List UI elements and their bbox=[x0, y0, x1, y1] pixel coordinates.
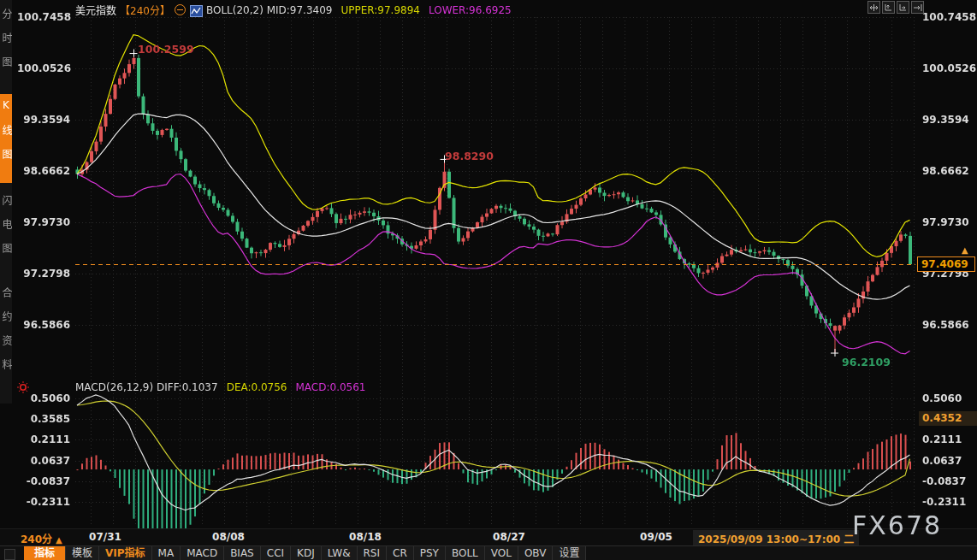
indicator-chart-icon bbox=[190, 5, 203, 17]
psy-tab[interactable]: PSY bbox=[414, 546, 446, 560]
macd-axis-label-right: 0.5060 bbox=[922, 392, 962, 404]
price-axis-label-right: 97.9730 bbox=[922, 216, 969, 228]
boll-tab[interactable]: BOLL bbox=[446, 546, 485, 560]
bias-tab[interactable]: BIAS bbox=[224, 546, 261, 560]
price-axis-label-left: 98.6662 bbox=[17, 165, 70, 177]
watermark: FX678 bbox=[852, 510, 942, 540]
panel-toggle-icon[interactable] bbox=[4, 549, 15, 560]
macd-hist-readout: MACD:0.0561 bbox=[296, 381, 366, 393]
tab-lightning[interactable]: 闪电图 bbox=[0, 190, 12, 275]
macd-axis-label-left: 0.2111 bbox=[17, 433, 70, 445]
price-axis-label-right: 100.7458 bbox=[922, 11, 976, 23]
timeframe-toggle[interactable]: 240分▲ bbox=[21, 531, 62, 545]
macd-axis-label-left: -0.2311 bbox=[17, 496, 70, 508]
scale-axis-up-icon[interactable] bbox=[882, 1, 895, 14]
vol-tab[interactable]: VOL bbox=[485, 546, 518, 560]
date-axis: 240分▲ 2025/09/09 13:00~17:00 二 07/3108/0… bbox=[0, 528, 977, 546]
kdj-tab[interactable]: KDJ bbox=[291, 546, 322, 560]
goto-latest-icon[interactable] bbox=[911, 1, 924, 14]
price-annotation: 98.8290 bbox=[445, 150, 494, 162]
macd-axis-label-right: -0.0837 bbox=[922, 475, 966, 487]
price-macd-chart-canvas[interactable] bbox=[0, 0, 977, 560]
price-axis-label-left: 99.3594 bbox=[17, 114, 70, 126]
macd-axis-label-right: 0.0637 bbox=[922, 455, 962, 467]
price-annotation: 100.2599 bbox=[138, 43, 194, 56]
price-axis-label-right: 100.0526 bbox=[922, 62, 976, 74]
template-tab[interactable]: 模板 bbox=[66, 546, 99, 560]
alert-icon[interactable] bbox=[16, 380, 30, 394]
date-tick: 08/08 bbox=[212, 531, 245, 543]
toolbar-left-pad bbox=[0, 546, 24, 560]
sidebar: 分时图K线图闪电图合约资料 bbox=[0, 0, 12, 404]
price-axis-label-left: 97.2798 bbox=[17, 268, 70, 280]
collapse-arrow-icon: ▲ bbox=[56, 535, 62, 545]
compress-horizontal-icon[interactable] bbox=[867, 1, 880, 14]
macd-axis-label-right: 0.2111 bbox=[922, 433, 962, 445]
price-axis-label-left: 100.0526 bbox=[17, 62, 70, 74]
macd-axis-label-left: 0.5060 bbox=[17, 392, 70, 404]
price-axis-label-right: 98.6662 bbox=[922, 165, 969, 177]
indicator-toolbar: 指标模板VIP指标MAMACDBIASCCIKDJLW&RSICRPSYBOLL… bbox=[0, 545, 977, 560]
macd-axis-label-left: 0.3585 bbox=[17, 413, 70, 425]
indicator-tab[interactable]: 指标 bbox=[24, 546, 66, 560]
current-period-label: 2025/09/09 13:00~17:00 二 bbox=[693, 530, 859, 546]
price-annotation: 96.2109 bbox=[842, 356, 891, 368]
chart-header: 美元指数【240分】BOLL(20,2) MID:97.3409UPPER:97… bbox=[75, 3, 512, 15]
price-axis-label-left: 97.9730 bbox=[17, 216, 70, 228]
boll-upper-readout: UPPER:97.9894 bbox=[340, 4, 419, 16]
date-tick: 07/31 bbox=[89, 531, 121, 543]
macd-header: MACD(26,12,9) DIFF:0.1037DEA:0.0756MACD:… bbox=[75, 381, 366, 393]
chart-tool-icons bbox=[867, 1, 924, 14]
price-axis-label-left: 100.7458 bbox=[17, 11, 70, 23]
current-price-box: 97.4069 bbox=[917, 256, 975, 272]
scale-axis-right-icon[interactable] bbox=[897, 1, 909, 14]
obv-tab[interactable]: OBV bbox=[518, 546, 554, 560]
price-axis-label-left: 96.5866 bbox=[17, 319, 70, 331]
macd-dea-readout: DEA:0.0756 bbox=[227, 381, 287, 393]
tab-kline[interactable]: K线图 bbox=[0, 94, 12, 183]
macd-title: MACD(26,12,9) DIFF:0.1037 bbox=[75, 381, 218, 393]
date-tick: 08/18 bbox=[349, 531, 382, 543]
macd-axis-label-right: -0.2311 bbox=[922, 496, 966, 508]
rsi-tab[interactable]: RSI bbox=[358, 546, 388, 560]
price-axis-label-right: 99.3594 bbox=[922, 114, 969, 126]
price-axis-label-right: 96.5866 bbox=[922, 319, 969, 331]
date-tick: 09/05 bbox=[640, 531, 672, 543]
collapse-minus-icon[interactable] bbox=[175, 4, 186, 15]
lw-tab[interactable]: LW& bbox=[322, 546, 358, 560]
tab-contract-info[interactable]: 合约资料 bbox=[0, 282, 12, 397]
macd-tab[interactable]: MACD bbox=[181, 546, 224, 560]
settings-tab[interactable]: 设置 bbox=[553, 546, 586, 560]
price-marker-arrow: ▲ bbox=[962, 245, 968, 255]
tab-time-chart[interactable]: 分时图 bbox=[0, 3, 12, 87]
ma-tab[interactable]: MA bbox=[152, 546, 181, 560]
macd-axis-label-left: 0.0637 bbox=[17, 455, 70, 467]
chart-app: 分时图K线图闪电图合约资料 美元指数【240分】BOLL(20,2) MID:9… bbox=[0, 0, 977, 560]
symbol-title: 美元指数 bbox=[75, 5, 116, 17]
cci-tab[interactable]: CCI bbox=[261, 546, 291, 560]
vip-indicator-tab[interactable]: VIP指标 bbox=[99, 546, 152, 560]
boll-mid-readout: BOLL(20,2) MID:97.3409 bbox=[206, 4, 333, 16]
macd-axis-label-left: -0.0837 bbox=[17, 475, 70, 487]
cr-tab[interactable]: CR bbox=[387, 546, 414, 560]
timeframe-badge[interactable]: 【240分】 bbox=[120, 5, 170, 17]
boll-lower-readout: LOWER:96.6925 bbox=[429, 4, 512, 16]
macd-value-box: 0.4352 bbox=[919, 411, 977, 426]
date-tick: 08/27 bbox=[493, 531, 525, 543]
